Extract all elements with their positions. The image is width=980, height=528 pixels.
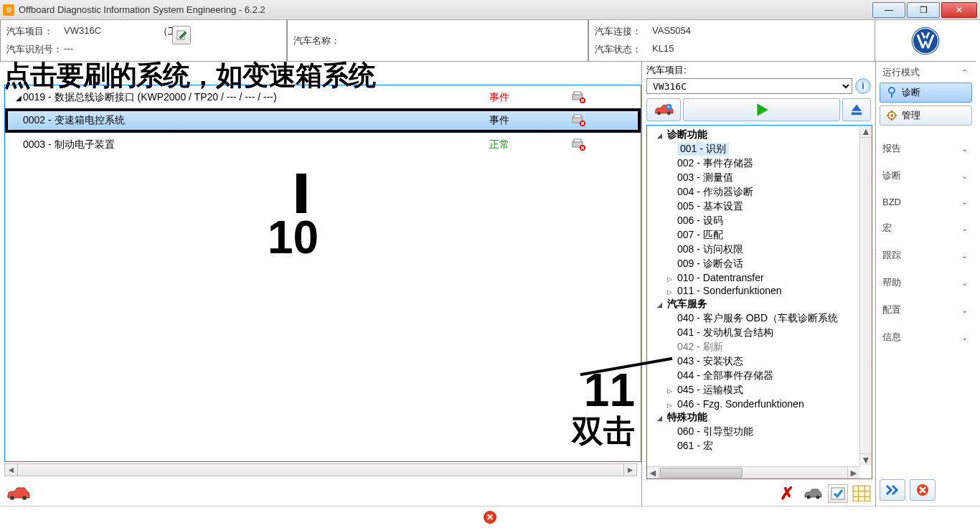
apply-button[interactable]	[828, 484, 848, 503]
car-refresh-button[interactable]	[646, 98, 681, 121]
tree-item[interactable]: 060 - 引导型功能	[647, 425, 872, 439]
chevron-down-icon: ⌄	[961, 251, 968, 260]
info-button[interactable]: i	[855, 78, 871, 94]
tree-horizontal-scrollbar[interactable]: ◄►	[647, 466, 859, 478]
tab-admin[interactable]: 管理	[880, 105, 972, 126]
state-label: 汽车状态：	[595, 43, 652, 56]
macro-header[interactable]: 宏⌄	[878, 220, 974, 237]
scroll-down-icon[interactable]: ▼	[860, 453, 872, 466]
system-status: 事件	[489, 114, 568, 127]
system-code: 0002 - 变速箱电控系统	[23, 114, 489, 127]
tree-item[interactable]: ▷045 - 运输模式	[647, 383, 872, 397]
printer-error-icon	[568, 90, 588, 105]
tree-item[interactable]: 006 - 设码	[647, 214, 872, 228]
mid-project-label: 汽车项目:	[646, 64, 871, 77]
printer-error-icon	[568, 113, 588, 128]
project-label: 汽车项目：	[6, 25, 64, 38]
grid-button[interactable]	[852, 485, 871, 502]
help-header[interactable]: 帮助⌄	[878, 274, 974, 291]
close-button[interactable]: ✕	[941, 2, 977, 18]
tree-group-diag[interactable]: ◢诊断功能	[647, 128, 872, 142]
header-left: 汽车项目：VW316C（工程） 汽车识别号：---	[0, 20, 287, 62]
play-button[interactable]	[683, 98, 840, 121]
track-header[interactable]: 跟踪⌄	[878, 247, 974, 264]
tree-vertical-scrollbar[interactable]: ▲▼	[859, 126, 872, 466]
scroll-left-icon[interactable]: ◄	[647, 467, 659, 478]
vw-logo-icon	[910, 26, 941, 56]
tree-item[interactable]: 044 - 全部事件存储器	[647, 369, 872, 383]
car-icon[interactable]	[6, 486, 30, 501]
horizontal-scrollbar[interactable]: ◄ ►	[4, 463, 637, 476]
tree-item[interactable]: 007 - 匹配	[647, 228, 872, 242]
tree-item[interactable]: ▷046 - Fzg. Sonderfunktionen	[647, 397, 872, 410]
system-status: 事件	[489, 91, 568, 104]
tree-item[interactable]: 004 - 作动器诊断	[647, 185, 872, 199]
info-header[interactable]: 信息⌄	[878, 329, 974, 346]
left-footer	[0, 481, 641, 506]
tree-item[interactable]: ▷010 - Datentransfer	[647, 271, 872, 284]
chevron-down-icon: ⌄	[961, 144, 968, 154]
tree-item[interactable]: 043 - 安装状态	[647, 354, 872, 369]
car-name-label: 汽车名称：	[293, 34, 351, 47]
chevron-down-icon: ⌄	[961, 306, 968, 315]
edit-name-button[interactable]	[172, 26, 191, 44]
report-header[interactable]: 报告⌄	[878, 140, 974, 157]
chevron-down-icon: ⌄	[961, 224, 968, 233]
svg-point-18	[807, 495, 811, 499]
annotation-number-11: 11双击	[572, 367, 635, 448]
scroll-thumb[interactable]	[660, 468, 743, 478]
vin-label: 汽车识别号：	[6, 43, 64, 56]
system-row-selected[interactable]: 0002 - 变速箱电控系统 事件	[5, 108, 641, 133]
tree-item[interactable]: 041 - 发动机复合结构	[647, 326, 872, 340]
status-error-icon[interactable]: ✕	[484, 511, 496, 524]
tree-item[interactable]: 040 - 客户服务 OBD（车载诊断系统	[647, 311, 872, 326]
tree-item[interactable]: 061 - 宏	[647, 439, 872, 453]
tab-diagnosis[interactable]: 诊断	[880, 82, 972, 103]
system-row[interactable]: 0003 - 制动电子装置 正常	[5, 133, 641, 157]
svg-rect-10	[574, 139, 581, 142]
car-small-icon[interactable]	[802, 484, 824, 503]
config-header[interactable]: 配置⌄	[878, 301, 974, 319]
svg-rect-21	[853, 486, 870, 501]
chevron-down-icon: ⌄	[961, 333, 968, 342]
scroll-left-icon[interactable]: ◄	[5, 464, 18, 476]
svg-point-29	[890, 114, 893, 117]
bzd-header[interactable]: BZD⌄	[878, 194, 974, 209]
header-mid: 汽车名称：	[287, 20, 588, 62]
cancel-button[interactable]: ✗	[776, 484, 798, 503]
header-right: 汽车连接：VAS5054 汽车状态：KL15	[588, 20, 875, 62]
tree-group-svc[interactable]: ◢汽车服务	[647, 297, 872, 311]
eject-button[interactable]	[842, 98, 871, 121]
tree-item[interactable]: 002 - 事件存储器	[647, 156, 872, 171]
maximize-button[interactable]: ❐	[907, 2, 940, 18]
svg-point-15	[667, 111, 671, 115]
state-value: KL15	[652, 43, 674, 56]
svg-point-26	[889, 88, 895, 93]
printer-error-icon	[568, 138, 588, 152]
project-value: VW316C	[64, 25, 101, 38]
svg-rect-20	[831, 488, 844, 499]
tree-item[interactable]: 008 - 访问权限	[647, 242, 872, 257]
minimize-button[interactable]: —	[872, 2, 905, 18]
expand-icon[interactable]: ◢	[16, 94, 23, 102]
scroll-right-icon[interactable]: ►	[623, 464, 636, 476]
scroll-up-icon[interactable]: ▲	[860, 126, 872, 138]
tree-item[interactable]: 003 - 测量值	[647, 171, 872, 185]
diag-header[interactable]: 诊断⌄	[878, 167, 974, 184]
tree-group-spec[interactable]: ◢特殊功能	[647, 410, 872, 425]
tree-item[interactable]: 001 - 识别	[647, 142, 872, 156]
function-tree[interactable]: ◢诊断功能 001 - 识别 002 - 事件存储器 003 - 测量值 004…	[646, 125, 872, 479]
forward-button[interactable]	[880, 479, 905, 501]
tree-item[interactable]: 009 - 诊断会话	[647, 257, 872, 271]
tree-item[interactable]: ▷011 - Sonderfunktionen	[647, 284, 872, 297]
svg-rect-4	[574, 92, 581, 95]
system-list[interactable]: ◢ 0019 - 数据总线诊断接口 (KWP2000 / TP20 / --- …	[4, 85, 641, 462]
stop-button[interactable]	[910, 479, 936, 501]
tree-item[interactable]: 005 - 基本设置	[647, 199, 872, 214]
header-logo-area	[875, 20, 976, 62]
project-select[interactable]: VW316C	[646, 78, 852, 94]
scroll-right-icon[interactable]: ►	[847, 467, 859, 478]
status-bar: ✕	[0, 506, 980, 528]
mode-header[interactable]: 运行模式⌃	[878, 64, 974, 81]
tree-item-selected[interactable]: 042 - 刷新	[647, 340, 872, 354]
